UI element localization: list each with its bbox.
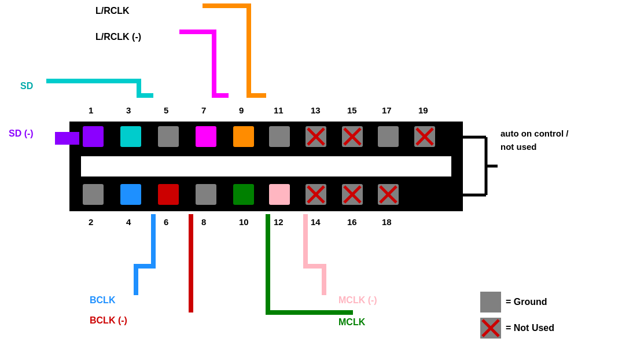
not-used-label: not used <box>500 142 537 152</box>
pin-label-3: 3 <box>126 105 131 115</box>
lrclk-neg-label: L/RCLK (-) <box>95 32 141 42</box>
legend-not-used-box <box>480 318 501 339</box>
legend-ground-box <box>480 292 501 312</box>
pin-label-12: 12 <box>274 217 284 227</box>
pin-13 <box>306 126 326 147</box>
pin-label-5: 5 <box>164 105 168 115</box>
pin-label-2: 2 <box>89 217 93 227</box>
legend-not-used: = Not Used <box>480 318 554 339</box>
pin-label-16: 16 <box>347 217 357 227</box>
pin-label-11: 11 <box>274 105 284 115</box>
pin-18 <box>378 184 399 205</box>
diagram: { "title": "Connector Pin Diagram", "lab… <box>0 0 622 364</box>
pin-7 <box>196 126 216 147</box>
pin-label-15: 15 <box>347 105 357 115</box>
pin-15 <box>342 126 363 147</box>
pin-label-14: 14 <box>311 217 321 227</box>
sd-neg-label: SD (-) <box>9 128 34 139</box>
rail-right <box>451 122 463 211</box>
pin-1 <box>83 126 104 147</box>
mclk-neg-label: MCLK (-) <box>338 295 377 306</box>
legend-not-used-label: = Not Used <box>506 323 554 333</box>
bclk-neg-label: BCLK (-) <box>90 315 127 326</box>
pin-label-19: 19 <box>418 105 428 115</box>
pin-label-6: 6 <box>164 217 168 227</box>
pin-17 <box>378 126 399 147</box>
sd-neg-indicator <box>55 132 79 145</box>
pin-8 <box>196 184 216 205</box>
bclk-label: BCLK <box>90 295 115 306</box>
pin-label-13: 13 <box>311 105 321 115</box>
pin-label-1: 1 <box>89 105 93 115</box>
pin-12 <box>269 184 290 205</box>
pin-label-9: 9 <box>239 105 244 115</box>
pin-19 <box>414 126 435 147</box>
pin-4 <box>120 184 141 205</box>
pin-label-7: 7 <box>201 105 206 115</box>
legend-ground-label: = Ground <box>506 297 547 307</box>
pin-label-10: 10 <box>239 217 249 227</box>
mclk-label: MCLK <box>338 317 365 328</box>
pin-6 <box>158 184 179 205</box>
pin-label-17: 17 <box>382 105 392 115</box>
sd-label: SD <box>20 81 33 91</box>
pin-5 <box>158 126 179 147</box>
pin-10 <box>233 184 254 205</box>
legend-ground: = Ground <box>480 292 547 312</box>
lrclk-label: L/RCLK <box>95 6 130 16</box>
pin-3 <box>120 126 141 147</box>
pin-14 <box>306 184 326 205</box>
pin-16 <box>342 184 363 205</box>
pin-9 <box>233 126 254 147</box>
pin-2 <box>83 184 104 205</box>
pin-11 <box>269 126 290 147</box>
pin-label-8: 8 <box>201 217 206 227</box>
pin-label-18: 18 <box>382 217 392 227</box>
pin-label-4: 4 <box>126 217 131 227</box>
auto-on-label: auto on control / <box>500 128 569 138</box>
